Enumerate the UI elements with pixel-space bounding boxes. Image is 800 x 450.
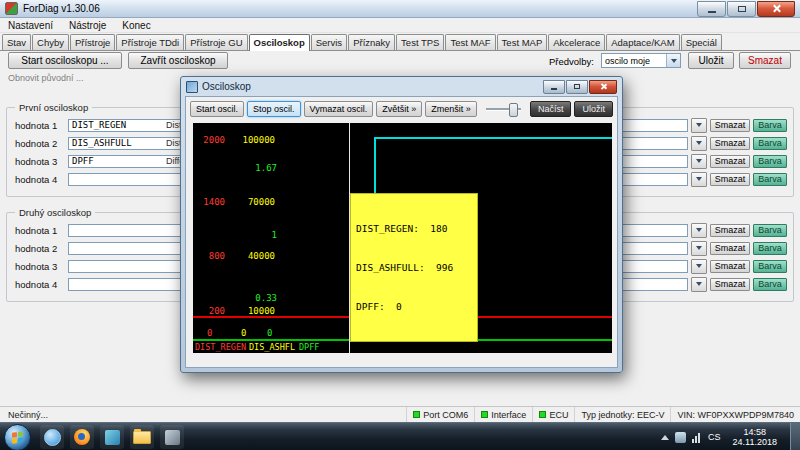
menu-nastaveni[interactable]: Nastavení — [8, 20, 53, 31]
tab-servis[interactable]: Servis — [311, 34, 347, 50]
dialog-icon — [186, 81, 198, 93]
ecu-led-icon — [539, 411, 546, 418]
tab-test-tps[interactable]: Test TPS — [396, 34, 444, 50]
taskbar-ie-icon[interactable] — [40, 425, 64, 449]
signal-picker-button[interactable] — [691, 259, 707, 274]
status-ecu: ECU — [532, 407, 574, 422]
tab-chyby[interactable]: Chyby — [32, 34, 69, 50]
taskbar-app-icon[interactable] — [100, 425, 124, 449]
signal-picker-button[interactable] — [691, 136, 707, 151]
signal-picker-button[interactable] — [691, 172, 707, 187]
maximize-button[interactable] — [727, 1, 756, 17]
row-color-button[interactable]: Barva — [753, 173, 787, 186]
signal-picker-button[interactable] — [691, 241, 707, 256]
port-led-icon — [413, 411, 420, 418]
row-color-button[interactable]: Barva — [753, 137, 787, 150]
dialog-minimize-button[interactable] — [543, 80, 565, 94]
row-label: hodnota 1 — [15, 120, 65, 131]
row-delete-button[interactable]: Smazat — [710, 155, 750, 168]
row-delete-button[interactable]: Smazat — [710, 278, 750, 291]
scope-zoom-in-button[interactable]: Zvětšit » — [376, 101, 422, 117]
tab-test-map[interactable]: Test MAP — [497, 34, 548, 50]
scope-load-button[interactable]: Načíst — [530, 101, 572, 117]
scope-canvas[interactable]: 2000 1400 800 200 0 100000 70000 40000 1… — [193, 123, 612, 353]
scope-save-button[interactable]: Uložit — [574, 101, 613, 117]
menu-konec[interactable]: Konec — [122, 20, 150, 31]
tray-expand-icon[interactable] — [661, 435, 669, 440]
taskbar-explorer-icon[interactable] — [130, 425, 154, 449]
tab-priznaky[interactable]: Příznaky — [348, 34, 395, 50]
close-button[interactable] — [757, 1, 795, 17]
axis-label: 2000 — [195, 135, 225, 145]
tab-pristroje-gu[interactable]: Přístroje GU — [185, 34, 247, 50]
show-desktop-button[interactable] — [790, 423, 800, 450]
row-label: hodnota 4 — [15, 174, 65, 185]
axis-label: 1400 — [195, 197, 225, 207]
status-port: Port COM6 — [406, 407, 474, 422]
scope-zoom-out-button[interactable]: Zmenšit » — [425, 101, 477, 117]
tab-special[interactable]: Speciál — [681, 34, 722, 50]
tab-test-maf[interactable]: Test MAF — [445, 34, 495, 50]
taskbar: CS 14:58 24.11.2018 — [0, 422, 800, 450]
tab-stav[interactable]: Stav — [2, 34, 31, 50]
combo-arrow-icon[interactable] — [666, 54, 680, 67]
row-delete-button[interactable]: Smazat — [710, 173, 750, 186]
signal-name: DPFF — [69, 156, 166, 166]
trace-cyan-horizontal — [374, 137, 612, 139]
row-delete-button[interactable]: Smazat — [710, 224, 750, 237]
status-unit-type: Typ jednotky: EEC-V — [574, 407, 670, 422]
row-color-button[interactable]: Barva — [753, 260, 787, 273]
minimize-button[interactable] — [697, 1, 726, 17]
row-color-button[interactable]: Barva — [753, 224, 787, 237]
signal-picker-button[interactable] — [691, 223, 707, 238]
row-color-button[interactable]: Barva — [753, 155, 787, 168]
app-icon — [5, 2, 18, 15]
tab-pristroje[interactable]: Přístroje — [70, 34, 115, 50]
signal-picker-button[interactable] — [691, 277, 707, 292]
tray-app-icon[interactable] — [675, 432, 686, 443]
row-delete-button[interactable]: Smazat — [710, 260, 750, 273]
start-button[interactable] — [4, 424, 31, 450]
start-oscilloscope-button[interactable]: Start osciloskopu ... — [8, 52, 122, 69]
row-delete-button[interactable]: Smazat — [710, 242, 750, 255]
tray-network-icon[interactable] — [692, 432, 700, 443]
clock-time: 14:58 — [733, 427, 777, 437]
preset-save-button[interactable]: Uložit — [688, 52, 734, 69]
signal-picker-button[interactable] — [691, 118, 707, 133]
axis-label: 40000 — [229, 251, 275, 261]
row-color-button[interactable]: Barva — [753, 119, 787, 132]
taskbar-clock[interactable]: 14:58 24.11.2018 — [729, 427, 781, 447]
window-titlebar[interactable]: ForDiag v1.30.06 — [0, 0, 800, 18]
close-oscilloscope-button[interactable]: Zavřít osciloskop — [128, 52, 228, 69]
signal-picker-button[interactable] — [691, 154, 707, 169]
menu-nastroje[interactable]: Nástroje — [69, 20, 106, 31]
dialog-maximize-button[interactable] — [566, 80, 588, 94]
presets-combobox[interactable]: oscilo moje — [601, 53, 681, 68]
scope-clear-button[interactable]: Vymazat oscil. — [304, 101, 374, 117]
row-color-button[interactable]: Barva — [753, 242, 787, 255]
status-unit-type-label: Typ jednotky: EEC-V — [581, 410, 664, 420]
dialog-close-button[interactable] — [589, 80, 617, 94]
oscilloscope-dialog: Osciloskop Start oscil. Stop oscil. Vyma… — [180, 76, 623, 373]
tab-adaptace-kam[interactable]: Adaptace/KAM — [606, 34, 679, 50]
scope-start-button[interactable]: Start oscil. — [190, 101, 244, 117]
channel-label-ch1: DIST_REGEN — [195, 342, 246, 352]
row-delete-button[interactable]: Smazat — [710, 119, 750, 132]
zoom-slider[interactable] — [486, 102, 521, 116]
scope-value-tooltip: DIST_REGEN: 180 DIS_ASHFULL: 996 DPFF: 0 — [350, 193, 478, 342]
taskbar-app2-icon[interactable] — [160, 425, 184, 449]
taskbar-firefox-icon[interactable] — [70, 425, 94, 449]
tab-akcelerace[interactable]: Akcelerace — [548, 34, 605, 50]
language-indicator[interactable]: CS — [706, 432, 723, 442]
group-title: Druhý osciloskop — [15, 207, 95, 218]
row-delete-button[interactable]: Smazat — [710, 137, 750, 150]
tab-pristroje-tddi[interactable]: Přístroje TDdi — [116, 34, 184, 50]
row-label: hodnota 2 — [15, 243, 65, 254]
preset-delete-button[interactable]: Smazat — [739, 52, 791, 69]
row-color-button[interactable]: Barva — [753, 278, 787, 291]
dialog-titlebar[interactable]: Osciloskop — [181, 77, 622, 96]
channel-label-ch3: DPFF — [299, 342, 319, 352]
slider-handle[interactable] — [509, 103, 518, 117]
scope-stop-button[interactable]: Stop oscil. — [247, 101, 301, 117]
desktop: ForDiag v1.30.06 Nastavení Nástroje Kone… — [0, 0, 800, 450]
